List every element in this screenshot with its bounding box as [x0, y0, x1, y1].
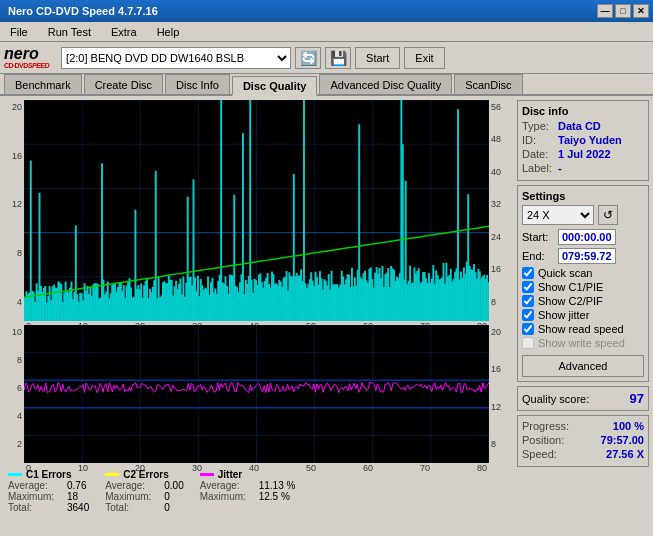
tab-disc-info[interactable]: Disc Info: [165, 74, 230, 94]
tab-disc-quality[interactable]: Disc Quality: [232, 76, 318, 96]
disc-date-row: Date: 1 Jul 2022: [522, 148, 644, 160]
progress-section: Progress: 100 % Position: 79:57.00 Speed…: [517, 415, 649, 467]
disc-type-label: Type:: [522, 120, 554, 132]
legend-c2: C2 Errors Average: 0.00 Maximum: 0 Total…: [105, 469, 183, 513]
chart1-canvas: [24, 100, 489, 321]
minimize-button[interactable]: —: [597, 4, 613, 18]
legend-c1-avg-value: 0.76: [67, 480, 86, 491]
main-content: 20161284 01020304050607080 5648403224168…: [0, 96, 653, 536]
progress-label: Progress:: [522, 420, 569, 432]
legend-c1-tot-row: Total: 3640: [8, 502, 89, 513]
show-jitter-row: Show jitter: [522, 309, 644, 321]
title-text: Nero CD-DVD Speed 4.7.7.16: [8, 5, 158, 17]
close-button[interactable]: ✕: [633, 4, 649, 18]
legend-c1-label: C1 Errors: [26, 469, 72, 480]
legend-c1-max-row: Maximum: 18: [8, 491, 89, 502]
start-button[interactable]: Start: [355, 47, 400, 69]
quality-score-label: Quality score:: [522, 393, 589, 405]
show-c2pif-row: Show C2/PIF: [522, 295, 644, 307]
chart2-y-axis-left: 108642: [4, 325, 24, 463]
disc-info-section: Disc info Type: Data CD ID: Taiyo Yuden …: [517, 100, 649, 181]
show-read-speed-checkbox[interactable]: [522, 323, 534, 335]
menu-help[interactable]: Help: [151, 24, 186, 40]
show-c2pif-label: Show C2/PIF: [538, 295, 603, 307]
settings-refresh-button[interactable]: ↺: [598, 205, 618, 225]
legend-c2-avg-value: 0.00: [164, 480, 183, 491]
titlebar: Nero CD-DVD Speed 4.7.7.16 — □ ✕: [0, 0, 653, 22]
legend-c2-label: C2 Errors: [123, 469, 169, 480]
menubar: File Run Test Extra Help: [0, 22, 653, 42]
disc-date-value: 1 Jul 2022: [558, 148, 611, 160]
disc-id-row: ID: Taiyo Yuden: [522, 134, 644, 146]
exit-button[interactable]: Exit: [404, 47, 444, 69]
show-jitter-label: Show jitter: [538, 309, 589, 321]
save-button[interactable]: 💾: [325, 47, 351, 69]
legend-c1-title: C1 Errors: [8, 469, 89, 480]
legend-c1: C1 Errors Average: 0.76 Maximum: 18 Tota…: [8, 469, 89, 513]
show-c2pif-checkbox[interactable]: [522, 295, 534, 307]
legend-c1-max-value: 18: [67, 491, 78, 502]
end-time-label: End:: [522, 250, 554, 262]
disc-id-label: ID:: [522, 134, 554, 146]
disc-type-row: Type: Data CD: [522, 120, 644, 132]
speed-label: Speed:: [522, 448, 557, 460]
speed-row: 24 X Max 4 X 8 X 16 X 32 X 40 X 48 X ↺: [522, 205, 644, 225]
tab-create-disc[interactable]: Create Disc: [84, 74, 163, 94]
disc-date-label: Date:: [522, 148, 554, 160]
start-time-label: Start:: [522, 231, 554, 243]
legend-c1-avg-label: Average:: [8, 480, 63, 491]
quick-scan-label: Quick scan: [538, 267, 592, 279]
legend-jitter-max-label: Maximum:: [200, 491, 255, 502]
right-panel: Disc info Type: Data CD ID: Taiyo Yuden …: [513, 96, 653, 536]
menu-file[interactable]: File: [4, 24, 34, 40]
show-jitter-checkbox[interactable]: [522, 309, 534, 321]
advanced-button[interactable]: Advanced: [522, 355, 644, 377]
show-c1pie-checkbox[interactable]: [522, 281, 534, 293]
disc-info-title: Disc info: [522, 105, 644, 117]
quality-score-section: Quality score: 97: [517, 386, 649, 411]
chart1-y-axis-right: 5648403224168: [489, 100, 509, 321]
position-label: Position:: [522, 434, 564, 446]
tab-benchmark[interactable]: Benchmark: [4, 74, 82, 94]
legend-c2-max-label: Maximum:: [105, 491, 160, 502]
speed-value: 27.56 X: [606, 448, 644, 460]
tab-scan-disc[interactable]: ScanDisc: [454, 74, 522, 94]
show-write-speed-row: Show write speed: [522, 337, 644, 349]
show-c1pie-row: Show C1/PIE: [522, 281, 644, 293]
legend-jitter-title: Jitter: [200, 469, 296, 480]
legend-jitter: Jitter Average: 11.13 % Maximum: 12.5 %: [200, 469, 296, 502]
legend-c1-tot-value: 3640: [67, 502, 89, 513]
speed-select[interactable]: 24 X Max 4 X 8 X 16 X 32 X 40 X 48 X: [522, 205, 594, 225]
legend-c2-max-value: 0: [164, 491, 170, 502]
tabs: Benchmark Create Disc Disc Info Disc Qua…: [0, 74, 653, 96]
legend-c1-tot-label: Total:: [8, 502, 63, 513]
quality-score-row: Quality score: 97: [522, 391, 644, 406]
show-read-speed-label: Show read speed: [538, 323, 624, 335]
menu-run-test[interactable]: Run Test: [42, 24, 97, 40]
chart1-inner: 01020304050607080: [24, 100, 489, 321]
start-time-value: 000:00.00: [558, 229, 616, 245]
drive-select[interactable]: [2:0] BENQ DVD DD DW1640 BSLB: [61, 47, 291, 69]
nero-sub: CD·DVDSPEED: [4, 62, 49, 69]
menu-extra[interactable]: Extra: [105, 24, 143, 40]
legend-jitter-avg-value: 11.13 %: [259, 480, 296, 491]
end-time-value: 079:59.72: [558, 248, 616, 264]
disc-label-row: Label: -: [522, 162, 644, 174]
start-time-row: Start: 000:00.00: [522, 229, 644, 245]
tab-advanced-disc-quality[interactable]: Advanced Disc Quality: [319, 74, 452, 94]
legend-c2-tot-row: Total: 0: [105, 502, 183, 513]
titlebar-controls: — □ ✕: [597, 4, 649, 18]
legend-c2-avg-row: Average: 0.00: [105, 480, 183, 491]
refresh-drive-button[interactable]: 🔄: [295, 47, 321, 69]
maximize-button[interactable]: □: [615, 4, 631, 18]
logo-area: nero CD·DVDSPEED: [4, 46, 49, 69]
chart2-canvas: [24, 325, 489, 463]
legend-jitter-avg-row: Average: 11.13 %: [200, 480, 296, 491]
legend: C1 Errors Average: 0.76 Maximum: 18 Tota…: [4, 467, 509, 532]
progress-value: 100 %: [613, 420, 644, 432]
quick-scan-checkbox[interactable]: [522, 267, 534, 279]
settings-section: Settings 24 X Max 4 X 8 X 16 X 32 X 40 X…: [517, 185, 649, 382]
show-write-speed-checkbox[interactable]: [522, 337, 534, 349]
legend-c2-tot-value: 0: [164, 502, 170, 513]
legend-c2-max-row: Maximum: 0: [105, 491, 183, 502]
